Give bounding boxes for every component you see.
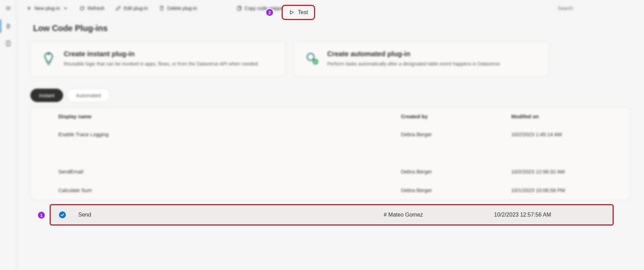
svg-rect-2: [238, 7, 240, 10]
new-plugin-button[interactable]: New plug-in: [22, 3, 72, 14]
table-row-selected[interactable]: Send # Mateo Gomez 10/2/2023 12:57:56 AM: [50, 204, 614, 226]
instant-card-desc: Reusable logic that can be invoked in ap…: [64, 61, 259, 68]
automated-card-title: Create automated plug-in: [327, 50, 501, 58]
edit-label: Edit plug-in: [124, 6, 148, 11]
header-display-name[interactable]: Display name: [58, 113, 401, 119]
row-name: SendEmail: [58, 169, 401, 174]
row-created: Debra Berger: [401, 131, 511, 137]
copy-icon: [236, 6, 242, 11]
book-nav-icon[interactable]: [0, 37, 16, 50]
automated-card-desc: Perform tasks automatically after a desi…: [327, 61, 501, 68]
filter-tabs: Instant Automated: [30, 89, 630, 102]
plus-icon: [26, 6, 32, 11]
tab-instant[interactable]: Instant: [30, 89, 63, 102]
chevron-down-icon: [63, 6, 68, 11]
selection-check-icon[interactable]: [59, 211, 66, 218]
row-created: # Mateo Gomez: [384, 212, 494, 218]
header-modified-on[interactable]: Modifed on: [511, 113, 622, 119]
row-name: Send: [78, 212, 384, 218]
refresh-label: Refresh: [88, 6, 104, 11]
play-icon: [289, 10, 294, 15]
header-created-by[interactable]: Created by: [401, 113, 511, 119]
row-modified: 10/2/2023 1:45:14 AM: [511, 131, 622, 137]
delete-plugin-button[interactable]: Delete plug-in: [155, 3, 201, 14]
edit-plugin-button[interactable]: Edit plug-in: [111, 3, 152, 14]
main-content-area: New plug-in Refresh Edit plug-in Delete …: [17, 0, 644, 270]
refresh-icon: [79, 6, 85, 11]
row-modified: 10/1/2023 10:06:58 PM: [511, 187, 622, 193]
instant-card-title: Create instant plug-in: [64, 50, 259, 58]
tab-automated[interactable]: Automated: [67, 89, 110, 102]
table-row[interactable]: Enable Trace Logging Debra Berger 10/2/2…: [31, 125, 630, 143]
search-input[interactable]: [552, 3, 638, 14]
row-created: Debra Berger: [401, 187, 511, 193]
table-row[interactable]: Calculate Sum Debra Berger 10/1/2023 10:…: [31, 181, 630, 199]
toolbar: New plug-in Refresh Edit plug-in Delete …: [17, 0, 644, 17]
page-title: Low Code Plug-ins: [33, 23, 630, 33]
row-name: Enable Trace Logging: [58, 131, 401, 137]
trash-icon: [159, 6, 164, 11]
instant-plugin-icon: [40, 50, 57, 67]
content-region: Low Code Plug-ins Create instant plug-in…: [17, 17, 644, 270]
plugins-nav-icon[interactable]: [0, 20, 16, 33]
refresh-button[interactable]: Refresh: [75, 3, 109, 14]
row-modified: 10/2/2023 12:56:32 AM: [511, 169, 622, 174]
create-automated-plugin-card[interactable]: Create automated plug-in Perform tasks a…: [294, 41, 549, 76]
test-label: Test: [298, 9, 308, 16]
plugins-table: Display name Created by Modifed on Enabl…: [30, 108, 630, 200]
automated-plugin-icon: [304, 50, 320, 67]
pencil-icon: [115, 6, 121, 11]
row-created: Debra Berger: [401, 169, 511, 174]
row-modified: 10/2/2023 12:57:56 AM: [494, 212, 604, 218]
delete-label: Delete plug-in: [167, 6, 197, 11]
hamburger-menu-icon[interactable]: [3, 3, 14, 16]
table-header-row: Display name Created by Modifed on: [31, 108, 630, 125]
action-cards-row: Create instant plug-in Reusable logic th…: [30, 41, 630, 76]
copy-code-button[interactable]: Copy code snippet: [232, 3, 289, 14]
table-row[interactable]: SendEmail Debra Berger 10/2/2023 12:56:3…: [31, 162, 630, 181]
test-button[interactable]: Test: [282, 5, 315, 20]
create-instant-plugin-card[interactable]: Create instant plug-in Reusable logic th…: [30, 41, 285, 76]
new-plugin-label: New plug-in: [34, 6, 60, 11]
row-name: Calculate Sum: [58, 187, 401, 193]
copy-label: Copy code snippet: [244, 6, 284, 11]
left-navigation-rail: [0, 0, 17, 270]
